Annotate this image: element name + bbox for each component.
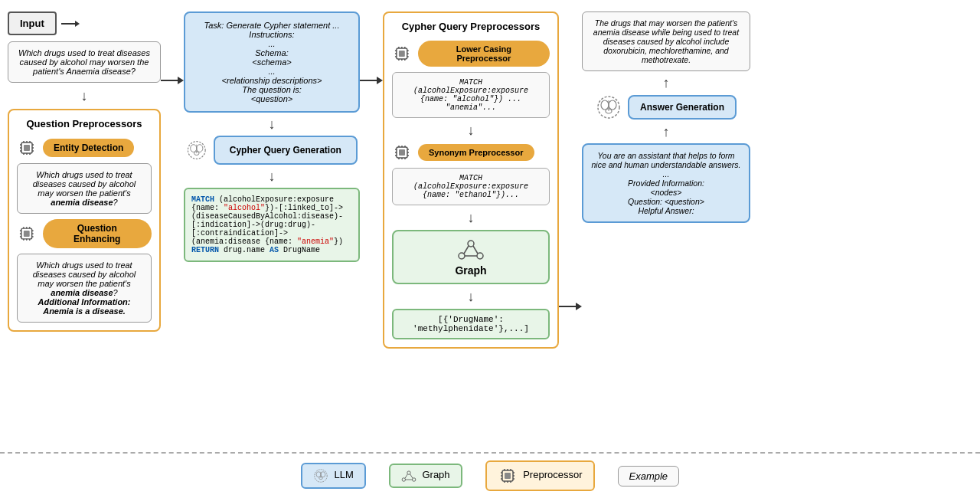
column-1: Input Which drugs used to treat diseases…: [8, 11, 161, 332]
legend-graph-box: Graph: [389, 464, 462, 488]
cypher-query-generation-box: Cypher Query Generation: [214, 136, 358, 165]
chip-icon-synonym: [392, 143, 412, 162]
question-preprocessors-section: Question Preprocessors: [8, 109, 161, 332]
graph-node-box: Graph: [392, 230, 550, 284]
llm-icon-cypher: [186, 137, 207, 163]
result-box: [{'DrugName': 'methylphenidate'},...]: [392, 309, 550, 339]
lower-casing-row: Lower Casing Preprocessor: [392, 41, 550, 67]
svg-marker-1: [75, 21, 80, 27]
llm-prompt-text: You are an assistant that helps to form …: [592, 151, 741, 215]
svg-rect-40: [399, 51, 405, 57]
arrow-2-to-3: [360, 73, 383, 88]
input-question-text: Which drugs used to treat diseases cause…: [18, 48, 150, 76]
svg-rect-54: [399, 149, 405, 156]
svg-line-89: [410, 474, 412, 479]
cypher-prompt-box: Task: Generate Cypher statement ...Instr…: [184, 11, 360, 113]
svg-rect-3: [24, 145, 30, 151]
arrow-down-cypher-code: ↓: [269, 169, 276, 183]
chip-icon-lower-casing: [392, 44, 412, 64]
entity-detection-pill: Entity Detection: [43, 139, 134, 157]
question-enhancing-output-text: Which drugs used to treat diseases cause…: [33, 260, 136, 316]
question-enhancing-output: Which drugs used to treat diseases cause…: [17, 254, 152, 323]
svg-marker-38: [377, 77, 383, 84]
answer-generation-label: Answer Generation: [640, 102, 724, 113]
svg-marker-31: [178, 77, 184, 84]
svg-line-88: [405, 474, 407, 479]
svg-rect-92: [505, 473, 511, 479]
cypher-preprocessors-title: Cypher Query Preprocessors: [392, 21, 550, 32]
cypher-query-generation-label: Cypher Query Generation: [230, 145, 341, 156]
arrow-col-3: [559, 11, 582, 314]
legend-example: Example: [618, 466, 680, 487]
arrow-down-graph: ↓: [392, 211, 550, 224]
answer-output-box: The drugs that may worsen the patient's …: [582, 11, 750, 71]
svg-marker-74: [576, 303, 582, 310]
svg-line-70: [464, 246, 469, 254]
arrow-down-result: ↓: [392, 290, 550, 303]
arrow-down-cypher-gen: ↓: [269, 117, 276, 131]
synonym-preprocessor-row: Synonym Preprocessor: [392, 143, 550, 162]
question-enhancing-pill: Question Enhancing: [43, 219, 152, 248]
arrow-col-2: [360, 11, 383, 88]
graph-icon: [457, 238, 485, 260]
svg-point-33: [191, 145, 197, 152]
entity-detection-row: Entity Detection: [17, 138, 152, 158]
legend-graph-icon: [401, 469, 416, 483]
synonym-pill: Synonym Preprocessor: [418, 144, 534, 161]
cypher-preprocessors-section: Cypher Query Preprocessors: [383, 11, 559, 349]
column-2: Task: Generate Cypher statement ...Instr…: [184, 11, 360, 262]
input-question-box: Which drugs used to treat diseases cause…: [8, 41, 161, 83]
cypher-code-box: MATCH (alcoholExposure:exposure {name: "…: [184, 188, 360, 262]
svg-point-82: [321, 472, 325, 477]
svg-point-69: [477, 253, 483, 259]
arrow-down-synonym: ↓: [392, 123, 550, 137]
svg-point-85: [407, 471, 410, 474]
legend-llm-box: LLM: [301, 463, 366, 489]
chip-icon-enhancing: [17, 224, 37, 244]
svg-line-71: [473, 246, 478, 254]
legend-graph: Graph: [389, 464, 462, 488]
legend-example-box: Example: [618, 466, 680, 487]
question-preprocessors-title: Question Preprocessors: [17, 118, 152, 129]
column-3: Cypher Query Preprocessors: [383, 11, 559, 349]
svg-point-67: [468, 241, 474, 247]
legend-llm-label: LLM: [335, 469, 354, 480]
svg-point-77: [609, 100, 616, 110]
svg-point-81: [316, 472, 321, 477]
legend-chip-icon: [498, 466, 518, 486]
arrow-1-to-2: [161, 73, 184, 88]
entity-detection-output-text: Which drugs used to treat diseases cause…: [33, 170, 136, 207]
entity-detection-output: Which drugs used to treat diseases cause…: [17, 163, 152, 214]
legend: LLM Graph: [0, 452, 980, 498]
answer-generation-box: Answer Generation: [628, 95, 737, 120]
legend-preprocessor: Preprocessor: [485, 460, 595, 491]
cypher-prompt-text: Task: Generate Cypher statement ...Instr…: [204, 21, 340, 103]
question-enhancing-row: Question Enhancing: [17, 219, 152, 248]
arrow-col-1: [161, 11, 184, 88]
arrow-up-answer-gen: ↑: [663, 76, 670, 90]
match-box-2: MATCH(alcoholExposure:exposure{name: "et…: [392, 168, 550, 205]
lower-casing-pill: Lower Casing Preprocessor: [418, 41, 550, 67]
llm-prompt-box: You are an assistant that helps to form …: [582, 143, 750, 223]
match-box-1: MATCH(alcoholExposure:exposure{name: "al…: [392, 72, 550, 118]
svg-point-68: [459, 253, 465, 259]
legend-graph-label: Graph: [422, 469, 449, 480]
legend-llm: LLM: [301, 463, 366, 489]
column-4: The drugs that may worsen the patient's …: [582, 11, 750, 223]
legend-preprocessor-box: Preprocessor: [485, 460, 595, 491]
arrow-right-input: [61, 18, 80, 29]
legend-example-label: Example: [629, 470, 668, 482]
svg-point-34: [197, 145, 203, 152]
arrow-up-llm-prompt: ↑: [663, 125, 670, 139]
llm-icon-answer: [596, 94, 622, 120]
arrow-down-1: ↓: [81, 89, 88, 103]
chip-icon-entity: [17, 138, 37, 158]
svg-rect-17: [24, 231, 30, 237]
graph-label: Graph: [455, 264, 486, 277]
input-box: Input: [8, 11, 57, 35]
svg-point-86: [402, 478, 405, 481]
svg-point-87: [412, 478, 415, 481]
legend-llm-icon: [313, 468, 328, 483]
svg-point-76: [601, 100, 609, 110]
legend-preprocessor-label: Preprocessor: [523, 469, 582, 480]
